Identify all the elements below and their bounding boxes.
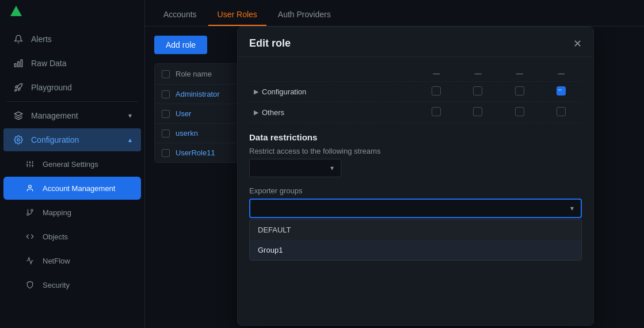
row-checkbox-userrole11[interactable] (162, 149, 170, 157)
sidebar-item-account-management[interactable]: Account Management (3, 177, 141, 200)
perm-config-col1 (416, 82, 457, 102)
streams-label: Restrict access to the following streams (249, 147, 582, 155)
svg-point-15 (29, 185, 32, 188)
content-area: Add role Role name Administrator User us… (145, 26, 644, 328)
git-branch-icon (24, 207, 36, 218)
role-link-administrator[interactable]: Administrator (176, 90, 220, 98)
modal-body: — — — — ▶ Configuration (238, 57, 593, 263)
table-row[interactable]: UserRole11 (155, 143, 246, 162)
tab-auth-providers[interactable]: Auth Providers (269, 4, 340, 26)
settings-icon (13, 134, 24, 146)
sidebar-item-netflow[interactable]: NetFlow (3, 249, 141, 272)
bar-chart-icon (13, 58, 24, 69)
exporter-groups-label: Exporter groups (249, 186, 582, 195)
perm-configuration-label: Configuration (262, 87, 306, 96)
svg-point-17 (31, 209, 33, 212)
main-content: Accounts User Roles Auth Providers Add r… (145, 0, 644, 328)
perm-row-configuration-name: ▶ Configuration (254, 87, 411, 96)
sidebar-item-mapping[interactable]: Mapping (3, 201, 141, 224)
perm-config-col4 (540, 82, 582, 102)
role-table: Role name Administrator User userkn User… (154, 63, 246, 163)
sidebar-item-objects[interactable]: Objects (3, 225, 141, 248)
sidebar-item-mapping-label: Mapping (43, 208, 71, 217)
svg-marker-4 (14, 112, 22, 116)
svg-rect-3 (14, 64, 16, 67)
perm-others-checkbox-2[interactable] (473, 107, 482, 116)
role-name-column-header: Role name (176, 70, 212, 78)
exporter-dropdown-list: DEFAULT Group1 (249, 219, 582, 261)
row-checkbox-user[interactable] (162, 110, 170, 118)
select-all-checkbox[interactable] (162, 70, 170, 78)
sidebar-item-general-settings[interactable]: General Settings (3, 152, 141, 176)
logo-icon (9, 5, 23, 18)
sidebar-item-objects-label: Objects (43, 232, 68, 241)
close-modal-button[interactable]: ✕ (573, 39, 582, 49)
table-row[interactable]: User (155, 104, 246, 124)
sidebar-item-raw-data-label: Raw Data (31, 59, 66, 68)
svg-rect-1 (21, 60, 22, 67)
row-checkbox-administrator[interactable] (162, 90, 170, 98)
role-link-userkn[interactable]: userkn (176, 129, 198, 138)
tab-accounts[interactable]: Accounts (154, 4, 206, 26)
perm-config-checkbox-2[interactable] (473, 86, 482, 96)
row-checkbox-userkn[interactable] (162, 129, 170, 138)
rocket-icon (13, 82, 24, 93)
activity-icon (24, 255, 36, 266)
add-role-button[interactable]: Add role (154, 36, 207, 54)
perm-others-checkbox-3[interactable] (515, 107, 524, 116)
perm-others-checkbox-4[interactable] (557, 107, 566, 116)
exporter-groups-dropdown-wrap: ▾ DEFAULT Group1 (249, 199, 582, 218)
perm-others-checkbox-1[interactable] (432, 107, 441, 116)
perm-col-header-4: — (540, 66, 582, 82)
sidebar-item-playground[interactable]: Playground (3, 76, 141, 99)
modal-header: Edit role ✕ (238, 27, 593, 57)
sidebar-nav: Alerts Raw Data Playground Management (0, 23, 144, 328)
sidebar-item-management[interactable]: Management ▾ (3, 104, 141, 127)
perm-config-col3 (499, 82, 540, 102)
perm-config-col2 (457, 82, 498, 102)
role-link-userrole11[interactable]: UserRole11 (176, 148, 215, 157)
svg-rect-2 (18, 62, 20, 67)
sidebar-item-security-label: Security (43, 281, 70, 289)
svg-point-5 (17, 139, 20, 141)
streams-dropdown[interactable]: ▾ (249, 159, 341, 177)
role-link-user[interactable]: User (176, 109, 191, 118)
user-circle-icon (24, 182, 36, 194)
sidebar-divider-1 (7, 101, 138, 102)
sidebar-item-configuration-label: Configuration (31, 135, 79, 144)
perm-config-checkbox-3[interactable] (515, 86, 524, 96)
perm-col-header-2: — (457, 66, 498, 82)
perm-others-col2 (457, 102, 498, 123)
exporter-option-group1[interactable]: Group1 (250, 240, 581, 260)
sidebar-item-account-management-label: Account Management (43, 184, 115, 193)
layers-icon (13, 110, 24, 121)
perm-col-header-3: — (499, 66, 540, 82)
table-row[interactable]: userkn (155, 124, 246, 143)
sidebar-item-raw-data[interactable]: Raw Data (3, 52, 141, 75)
perm-row-others-name: ▶ Others (254, 108, 411, 117)
sidebar-logo (0, 0, 144, 23)
sidebar-item-playground-label: Playground (31, 83, 72, 92)
perm-name-header (249, 66, 416, 82)
perm-config-checkbox-4[interactable] (557, 86, 566, 96)
exporter-option-default[interactable]: DEFAULT (250, 220, 581, 240)
sidebar-item-security[interactable]: Security (3, 273, 141, 296)
sidebar-item-alerts-label: Alerts (31, 35, 52, 44)
sidebar-item-netflow-label: NetFlow (43, 257, 70, 265)
perm-others-label: Others (262, 108, 284, 117)
chevron-down-icon-streams: ▾ (330, 164, 334, 172)
perm-others-col3 (499, 102, 540, 123)
permissions-table: — — — — ▶ Configuration (249, 66, 582, 123)
perm-others-col4 (540, 102, 582, 123)
perm-row-configuration: ▶ Configuration (249, 82, 582, 102)
sidebar-submenu-configuration: General Settings Account Management Mapp… (0, 152, 144, 296)
tab-user-roles[interactable]: User Roles (208, 4, 266, 26)
table-row[interactable]: Administrator (155, 85, 246, 104)
exporter-groups-dropdown[interactable]: ▾ (249, 199, 582, 218)
sidebar-item-alerts[interactable]: Alerts (3, 28, 141, 51)
sidebar-item-general-settings-label: General Settings (43, 160, 98, 169)
sidebar-section-main: Alerts Raw Data Playground Management (0, 23, 144, 301)
shield-icon (24, 279, 36, 291)
perm-config-checkbox-1[interactable] (432, 86, 441, 96)
sidebar-item-configuration[interactable]: Configuration ▴ (3, 128, 141, 151)
